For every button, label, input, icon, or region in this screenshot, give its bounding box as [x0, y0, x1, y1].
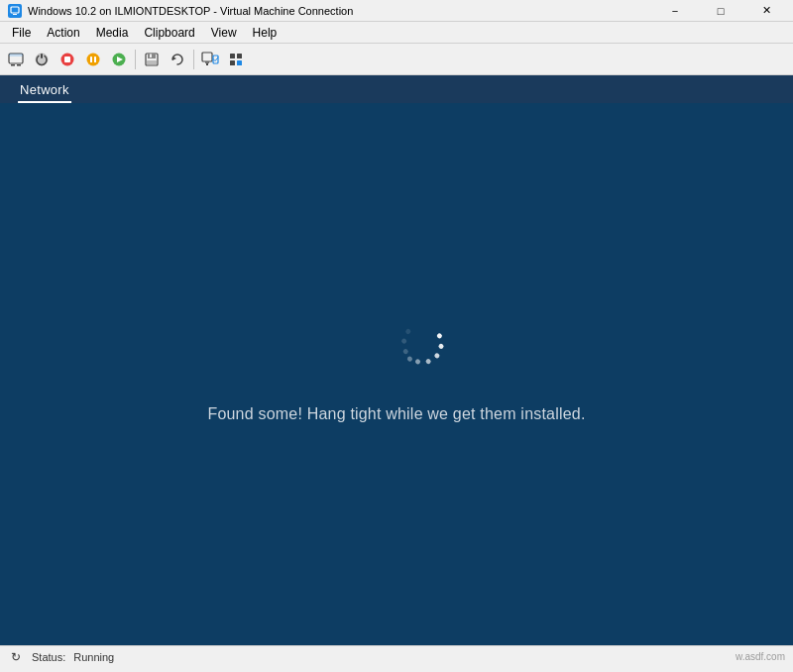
save-state-button[interactable] — [140, 48, 164, 71]
svg-rect-20 — [202, 53, 212, 61]
svg-rect-3 — [11, 64, 15, 66]
svg-point-28 — [444, 335, 451, 342]
svg-rect-25 — [237, 54, 242, 58]
svg-rect-18 — [147, 60, 157, 64]
svg-rect-27 — [237, 60, 242, 65]
svg-rect-9 — [64, 56, 70, 62]
title-bar-controls: − □ ✕ — [652, 0, 789, 22]
play-button[interactable] — [107, 48, 131, 71]
minimize-button[interactable]: − — [652, 0, 698, 22]
svg-point-32 — [418, 357, 425, 364]
svg-rect-21 — [205, 61, 209, 62]
svg-rect-11 — [90, 56, 92, 62]
menu-help[interactable]: Help — [245, 24, 285, 42]
menu-action[interactable]: Action — [39, 24, 87, 42]
loading-message: Found some! Hang tight while we get them… — [207, 405, 585, 423]
svg-rect-17 — [150, 54, 152, 57]
vm-icon — [8, 4, 22, 18]
svg-rect-26 — [230, 60, 235, 65]
svg-point-36 — [414, 325, 421, 332]
svg-point-30 — [438, 354, 445, 361]
loading-spinner — [367, 326, 426, 386]
tab-network[interactable]: Network — [0, 76, 89, 103]
ctrl-alt-del-button[interactable] — [4, 48, 28, 71]
stop-button[interactable] — [56, 48, 79, 71]
toolbar-separator-1 — [135, 50, 136, 69]
toolbar — [0, 44, 793, 75]
svg-rect-4 — [17, 64, 21, 66]
status-bar: ↻ Status: Running w.asdf.com — [0, 645, 793, 667]
settings-button[interactable] — [224, 48, 248, 71]
svg-rect-12 — [94, 56, 96, 62]
tab-bar: Network — [0, 75, 793, 103]
svg-point-33 — [411, 353, 418, 360]
menu-clipboard[interactable]: Clipboard — [136, 24, 202, 42]
menu-media[interactable]: Media — [88, 24, 137, 42]
menu-file[interactable]: File — [4, 24, 39, 42]
svg-point-34 — [408, 345, 415, 352]
refresh-icon: ↻ — [8, 649, 24, 665]
title-text: Windows 10.2 on ILMIONTDESKTOP - Virtual… — [28, 5, 353, 17]
maximize-button[interactable]: □ — [698, 0, 743, 22]
watermark: w.asdf.com — [736, 651, 785, 662]
title-bar-left: Windows 10.2 on ILMIONTDESKTOP - Virtual… — [8, 4, 353, 18]
svg-point-35 — [408, 334, 415, 341]
status-label: Status: — [32, 651, 65, 663]
revert-button[interactable] — [166, 48, 189, 71]
svg-rect-5 — [9, 54, 23, 56]
close-button[interactable]: ✕ — [743, 0, 789, 22]
svg-point-10 — [87, 53, 100, 65]
toolbar-separator-2 — [193, 50, 194, 69]
svg-rect-1 — [13, 14, 17, 15]
spinner-svg — [388, 301, 472, 386]
svg-rect-24 — [230, 54, 235, 58]
svg-point-29 — [444, 346, 451, 353]
pause-button[interactable] — [81, 48, 105, 71]
menu-view[interactable]: View — [203, 24, 245, 42]
svg-point-31 — [429, 358, 436, 365]
enhanced-session-button[interactable] — [198, 48, 222, 71]
status-left: ↻ Status: Running — [8, 649, 114, 665]
power-off-button[interactable] — [30, 48, 54, 71]
status-value: Running — [73, 651, 114, 663]
title-bar: Windows 10.2 on ILMIONTDESKTOP - Virtual… — [0, 0, 793, 22]
svg-rect-0 — [11, 7, 19, 13]
vm-screen[interactable]: Found some! Hang tight while we get them… — [0, 103, 793, 645]
svg-rect-7 — [41, 54, 43, 58]
svg-rect-22 — [206, 63, 208, 65]
svg-marker-19 — [172, 56, 176, 60]
menu-bar: File Action Media Clipboard View Help — [0, 22, 793, 44]
